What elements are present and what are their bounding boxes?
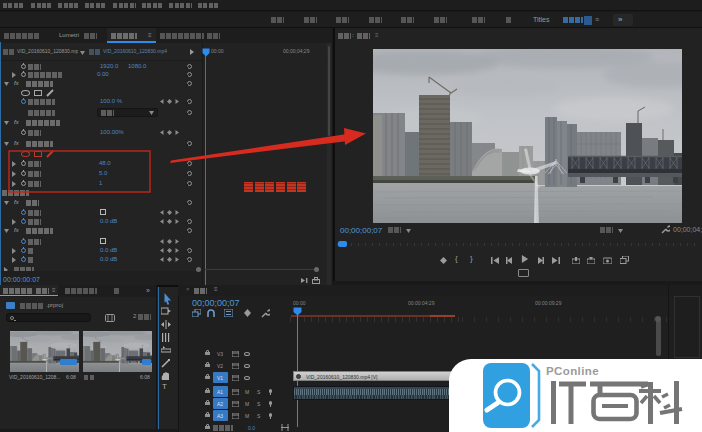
svg-text:PConline: PConline [546, 365, 599, 377]
